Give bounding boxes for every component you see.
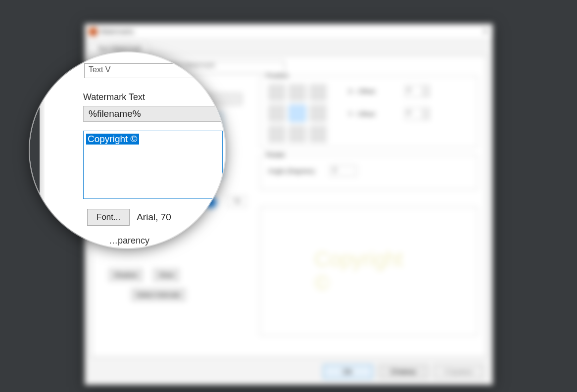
- help-button[interactable]: Справка: [434, 365, 483, 379]
- position-title: Position: [264, 72, 291, 79]
- transparency-value[interactable]: 75: [228, 196, 246, 207]
- pos-mid-left[interactable]: [268, 105, 285, 122]
- placeholder-combo-value: %filename%: [89, 108, 141, 119]
- placeholder-combo[interactable]: %filename% ▾: [83, 106, 225, 122]
- close-icon[interactable]: ×: [483, 26, 488, 37]
- window-title: Watermarks: [100, 28, 483, 35]
- pos-top-left[interactable]: [268, 84, 285, 101]
- ok-button[interactable]: OK: [323, 365, 373, 379]
- chevron-down-icon[interactable]: [422, 92, 429, 97]
- font-button[interactable]: Font...: [87, 209, 130, 226]
- watermark-text-selection: Copyright ©: [86, 134, 139, 145]
- x-offset-value: 0: [405, 86, 422, 97]
- rotate-group: Rotate Angle (Degrees) 0: [260, 155, 478, 190]
- x-offset-label: X - Offset: [348, 88, 376, 95]
- app-icon: [89, 28, 97, 36]
- pos-bot-left[interactable]: [268, 126, 285, 143]
- angle-label: Angle (Degrees): [268, 167, 315, 175]
- glow-button[interactable]: Glow: [153, 269, 179, 281]
- titlebar: Watermarks ×: [85, 24, 492, 39]
- y-offset-label: Y - Offset: [348, 110, 375, 118]
- y-offset-value: 0: [405, 108, 422, 119]
- pos-mid-right[interactable]: [310, 105, 327, 122]
- transparency-label-fragment: …parency: [109, 236, 149, 246]
- rotate-title: Rotate: [264, 151, 287, 158]
- x-offset-spinner[interactable]: 0: [405, 85, 430, 97]
- y-offset-spinner[interactable]: 0: [405, 108, 430, 120]
- magnifier-lens: Text V Watermark Text %filename% ▾ Copyr…: [30, 52, 225, 248]
- preview-pane: Copyright ©: [260, 207, 478, 336]
- shadow-button[interactable]: Shadow: [109, 269, 143, 281]
- pos-top-center[interactable]: [289, 84, 306, 101]
- pos-bot-right[interactable]: [310, 126, 327, 143]
- chevron-down-icon[interactable]: [422, 114, 429, 120]
- pos-mid-center[interactable]: [289, 105, 306, 122]
- chevron-up-icon[interactable]: [422, 108, 429, 114]
- preview-text: Copyright ©: [314, 247, 423, 295]
- pos-bot-center[interactable]: [289, 126, 306, 143]
- angle-field[interactable]: 0: [330, 165, 357, 176]
- select-intervals-button[interactable]: Select Intervals: [131, 289, 186, 301]
- position-group: Position X - Offset: [260, 76, 478, 147]
- position-grid[interactable]: [268, 84, 327, 143]
- font-description: Arial, 70: [137, 212, 171, 223]
- watermark-text-label: Watermark Text: [83, 92, 145, 102]
- chevron-up-icon[interactable]: [422, 86, 429, 92]
- cancel-button[interactable]: Отмена: [379, 365, 428, 379]
- watermark-textarea[interactable]: Copyright ©: [83, 131, 223, 199]
- pos-top-right[interactable]: [310, 84, 327, 101]
